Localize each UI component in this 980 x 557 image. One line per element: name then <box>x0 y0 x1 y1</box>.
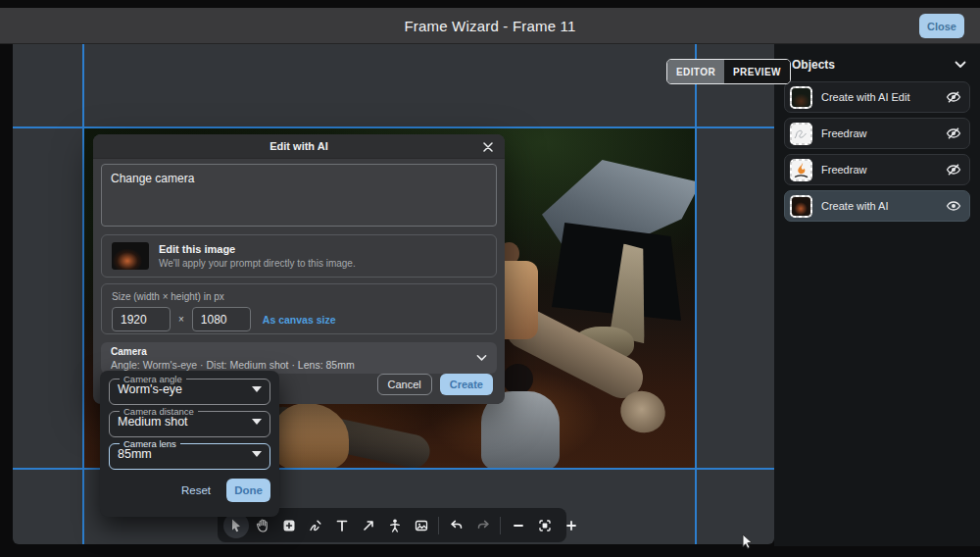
objects-panel-title: Objects <box>792 58 835 72</box>
layer-item-freedraw-1[interactable]: Freedraw <box>784 118 970 149</box>
chevron-down-icon <box>955 61 966 69</box>
camera-distance-select[interactable]: Camera distance Medium shot <box>109 406 270 437</box>
image-tool-button[interactable] <box>409 513 434 538</box>
layer-label: Create with AI Edit <box>821 91 946 103</box>
camera-section-summary: Angle: Worm's-eye · Dist: Medium shot · … <box>111 359 476 371</box>
chevron-down-icon <box>476 354 487 362</box>
as-canvas-size-link[interactable]: As canvas size <box>263 314 336 326</box>
text-tool-button[interactable] <box>329 513 355 538</box>
toolbar-divider <box>438 517 439 534</box>
create-button[interactable]: Create <box>440 374 493 395</box>
times-separator: × <box>178 314 184 325</box>
reset-button[interactable]: Reset <box>181 484 211 496</box>
mouse-cursor <box>741 533 755 549</box>
camera-lens-select[interactable]: Camera lens 85mm <box>109 438 270 470</box>
camera-angle-select[interactable]: Camera angle Worm's-eye <box>109 374 270 405</box>
layer-thumbnail <box>790 195 812 218</box>
undo-button[interactable] <box>444 513 469 538</box>
camera-lens-value: 85mm <box>118 447 152 461</box>
dialog-title: Edit with AI <box>270 140 327 152</box>
edit-with-ai-dialog: Edit with AI Change camera Edit this ima… <box>93 134 505 404</box>
layer-item-create-with-ai[interactable]: Create with AI <box>784 190 970 222</box>
objects-panel: Objects Create with AI Edit Freedraw <box>774 44 980 546</box>
dialog-header: Edit with AI <box>93 134 505 159</box>
title-bar: Frame Wizard - Frame 11 Close <box>0 8 980 44</box>
edit-target-card[interactable]: Edit this image We'll apply your prompt … <box>101 234 497 278</box>
eye-icon[interactable] <box>946 199 961 213</box>
eye-off-icon[interactable] <box>946 163 961 177</box>
character-tool-button[interactable] <box>382 513 408 538</box>
arrow-tool-button[interactable] <box>356 513 381 538</box>
objects-panel-header[interactable]: Objects <box>774 44 980 81</box>
close-icon[interactable] <box>480 139 496 155</box>
person-head <box>503 364 533 394</box>
toolbar-divider <box>500 517 501 534</box>
view-mode-toggle: EDITOR PREVIEW <box>666 59 791 84</box>
camera-settings-popover: Camera angle Worm's-eye Camera distance … <box>100 371 279 517</box>
camera-distance-value: Medium shot <box>118 415 188 429</box>
size-section: Size (width × height) in px × As canvas … <box>101 283 497 334</box>
size-label: Size (width × height) in px <box>112 291 486 302</box>
done-button[interactable]: Done <box>226 479 270 502</box>
layer-label: Freedraw <box>821 164 946 176</box>
redo-button[interactable] <box>470 513 496 538</box>
camera-angle-value: Worm's-eye <box>118 382 182 396</box>
add-shape-tool-button[interactable] <box>276 513 302 538</box>
dropdown-caret-icon <box>252 386 262 392</box>
zoom-fit-button[interactable] <box>532 513 558 538</box>
close-button[interactable]: Close <box>919 14 964 38</box>
layer-label: Freedraw <box>821 127 946 139</box>
cancel-button[interactable]: Cancel <box>377 374 432 395</box>
camera-section-title: Camera <box>111 346 476 357</box>
dialog-footer: Cancel Create <box>377 374 494 395</box>
selection-guide-top <box>13 127 774 128</box>
popover-footer: Reset Done <box>109 479 270 502</box>
dropdown-caret-icon <box>252 451 262 457</box>
layer-item-freedraw-2[interactable]: Freedraw <box>784 154 970 185</box>
layer-thumbnail <box>790 123 812 145</box>
layer-thumbnail <box>790 86 812 109</box>
height-input[interactable] <box>192 307 251 331</box>
window-title: Frame Wizard - Frame 11 <box>404 18 575 34</box>
freedraw-tool-button[interactable] <box>303 513 328 538</box>
eye-off-icon[interactable] <box>946 127 961 140</box>
edit-target-description: We'll apply your prompt directly to this… <box>159 258 356 269</box>
app-window: Frame Wizard - Frame 11 Close EDITOR PRE… <box>0 0 980 557</box>
tab-editor[interactable]: EDITOR <box>667 60 724 83</box>
dropdown-caret-icon <box>252 419 262 425</box>
zoom-in-button[interactable] <box>559 513 584 538</box>
layer-item-create-with-ai-edit[interactable]: Create with AI Edit <box>784 81 970 113</box>
tab-preview[interactable]: PREVIEW <box>724 60 790 83</box>
edit-target-title: Edit this image <box>159 243 356 255</box>
zoom-out-button[interactable] <box>506 513 531 538</box>
prompt-input[interactable]: Change camera <box>101 164 497 227</box>
width-input[interactable] <box>112 307 171 331</box>
eye-off-icon[interactable] <box>946 90 961 104</box>
camera-settings-expander[interactable]: Camera Angle: Worm's-eye · Dist: Medium … <box>101 342 497 374</box>
layer-thumbnail <box>790 159 812 181</box>
layer-label: Create with AI <box>821 200 946 212</box>
target-image-thumbnail <box>112 242 149 270</box>
